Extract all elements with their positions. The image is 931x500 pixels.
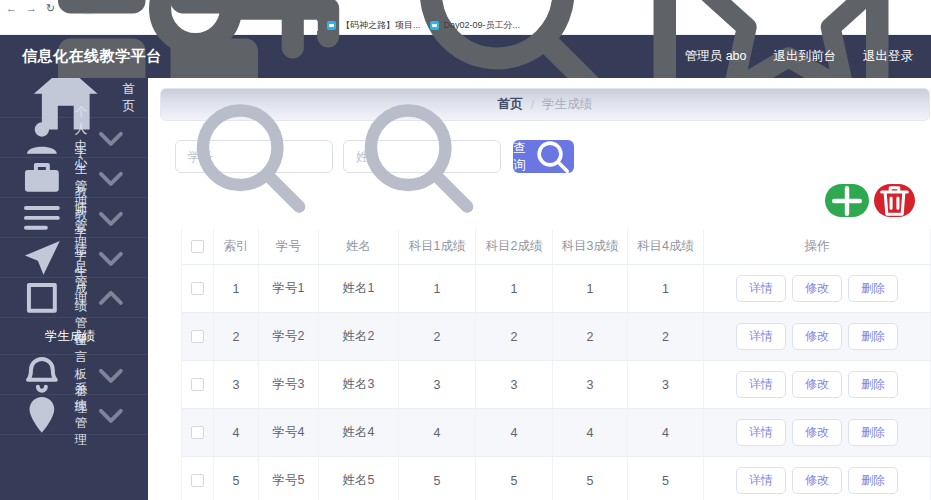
query-button[interactable]: 查询 (513, 140, 574, 173)
delete-row-button[interactable]: 删除 (848, 419, 898, 446)
breadcrumb-separator: / (531, 98, 534, 112)
scores-table: 索引 学号 姓名 科目1成绩 科目2成绩 科目3成绩 科目4成绩 操作 1学号1… (181, 229, 931, 500)
header-links: 管理员 abo 退出到前台 退出登录 (685, 48, 931, 65)
delete-row-button[interactable]: 删除 (848, 323, 898, 350)
header-name: 姓名 (319, 229, 399, 264)
cell-student-no: 学号5 (259, 457, 319, 500)
delete-row-button[interactable]: 删除 (848, 275, 898, 302)
cell-subject3: 4 (553, 409, 628, 456)
cell-subject3: 2 (553, 313, 628, 360)
cell-subject3: 5 (553, 457, 628, 500)
current-user[interactable]: 管理员 abo (685, 48, 747, 65)
header-student-no: 学号 (259, 229, 319, 264)
plus-icon (825, 179, 869, 223)
header-subject3: 科目3成绩 (553, 229, 628, 264)
delete-row-button[interactable]: 删除 (848, 371, 898, 398)
cell-index: 4 (214, 409, 259, 456)
cell-subject1: 3 (399, 361, 476, 408)
frame-icon (18, 274, 66, 322)
cell-index: 1 (214, 265, 259, 312)
breadcrumb-home[interactable]: 首页 (498, 96, 523, 113)
logout-link[interactable]: 退出登录 (863, 48, 913, 65)
cell-subject1: 5 (399, 457, 476, 500)
header-subject4: 科目4成绩 (628, 229, 704, 264)
table-row: 2学号2姓名22222详情修改删除 (182, 313, 931, 361)
add-button[interactable] (825, 184, 869, 217)
cell-subject3: 3 (553, 361, 628, 408)
cell-student-no: 学号2 (259, 313, 319, 360)
chevron-down-icon (87, 391, 135, 439)
cell-name: 姓名2 (319, 313, 399, 360)
search-icon (531, 135, 575, 179)
row-checkbox[interactable] (191, 378, 204, 391)
sidebar: 首页个人中心学生管理教师管理教学信息管理学生成绩管理学生成绩留言板管理系统管理 (0, 78, 148, 500)
cell-subject1: 4 (399, 409, 476, 456)
bookmark-favicon (430, 21, 439, 30)
sidebar-item-7[interactable]: 系统管理 (0, 395, 148, 435)
table-row: 5学号5姓名55555详情修改删除 (182, 457, 931, 500)
search-icon (343, 82, 492, 231)
search-icon (175, 82, 324, 231)
select-all-checkbox[interactable] (191, 240, 204, 253)
row-checkbox[interactable] (191, 282, 204, 295)
browser-window: ← → ↻ ⌂ ⓘ localhost:8080/springboot9qw88… (0, 0, 931, 500)
edit-button[interactable]: 修改 (792, 467, 842, 494)
table-row: 3学号3姓名33333详情修改删除 (182, 361, 931, 409)
cell-subject2: 2 (476, 313, 553, 360)
cell-index: 5 (214, 457, 259, 500)
cell-student-no: 学号3 (259, 361, 319, 408)
bookmark-item[interactable]: Day02-09-员工分... (430, 19, 521, 32)
row-checkbox[interactable] (191, 426, 204, 439)
student-no-field-wrap (175, 140, 333, 173)
chevron-up-icon (87, 274, 135, 322)
cell-subject3: 1 (553, 265, 628, 312)
cell-index: 2 (214, 313, 259, 360)
row-checkbox[interactable] (191, 330, 204, 343)
cell-index: 3 (214, 361, 259, 408)
delete-row-button[interactable]: 删除 (848, 467, 898, 494)
cell-name: 姓名1 (319, 265, 399, 312)
edit-button[interactable]: 修改 (792, 419, 842, 446)
pin-icon (18, 391, 66, 439)
cell-student-no: 学号4 (259, 409, 319, 456)
cell-name: 姓名3 (319, 361, 399, 408)
cell-subject1: 1 (399, 265, 476, 312)
cell-subject4: 2 (628, 313, 704, 360)
cell-subject4: 5 (628, 457, 704, 500)
breadcrumb-current: 学生成绩 (542, 96, 592, 113)
cell-name: 姓名5 (319, 457, 399, 500)
header-subject1: 科目1成绩 (399, 229, 476, 264)
detail-button[interactable]: 详情 (736, 419, 786, 446)
cell-name: 姓名4 (319, 409, 399, 456)
cell-subject2: 1 (476, 265, 553, 312)
trash-icon (874, 180, 915, 221)
cell-subject4: 4 (628, 409, 704, 456)
app-title: 信息化在线教学平台 (0, 47, 162, 66)
cell-subject1: 2 (399, 313, 476, 360)
cell-subject2: 4 (476, 409, 553, 456)
main-content: 首页 / 学生成绩 查询 (148, 78, 931, 500)
sidebar-item-5[interactable]: 学生成绩管理 (0, 278, 148, 318)
name-field-wrap (343, 140, 501, 173)
header-actions: 操作 (704, 229, 931, 264)
table-row: 4学号4姓名44444详情修改删除 (182, 409, 931, 457)
exit-to-front-link[interactable]: 退出到前台 (774, 48, 837, 65)
table-row: 1学号1姓名11111详情修改删除 (182, 265, 931, 313)
detail-button[interactable]: 详情 (736, 275, 786, 302)
header-index: 索引 (214, 229, 259, 264)
row-checkbox[interactable] (191, 474, 204, 487)
bookmarks-divider (317, 21, 318, 31)
detail-button[interactable]: 详情 (736, 467, 786, 494)
batch-delete-button[interactable] (874, 184, 915, 217)
search-row: 查询 (175, 140, 931, 173)
detail-button[interactable]: 详情 (736, 371, 786, 398)
cell-subject2: 3 (476, 361, 553, 408)
cell-subject4: 1 (628, 265, 704, 312)
edit-button[interactable]: 修改 (792, 275, 842, 302)
cell-student-no: 学号1 (259, 265, 319, 312)
edit-button[interactable]: 修改 (792, 323, 842, 350)
bookmark-item[interactable]: 【码神之路】项目... (327, 19, 421, 32)
table-body: 1学号1姓名11111详情修改删除2学号2姓名22222详情修改删除3学号3姓名… (182, 265, 931, 500)
edit-button[interactable]: 修改 (792, 371, 842, 398)
detail-button[interactable]: 详情 (736, 323, 786, 350)
